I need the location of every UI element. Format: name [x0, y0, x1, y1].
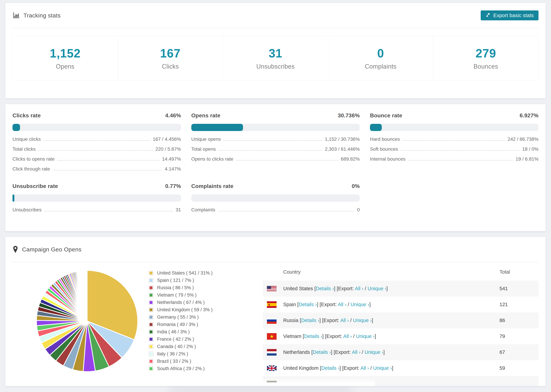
- legend-swatch: [149, 315, 153, 320]
- campaign-geo-opens-card: Campaign Geo Opens United States ( 541 /…: [5, 237, 546, 386]
- details-link[interactable]: Details ›: [316, 286, 334, 291]
- rate-row-label: Complaints: [191, 207, 215, 213]
- details-link[interactable]: Details ›: [299, 302, 317, 307]
- rate-value: 0%: [352, 183, 360, 189]
- details-link[interactable]: Details ›: [321, 365, 339, 371]
- legend-swatch: [149, 278, 153, 283]
- flag-icon-us: [267, 286, 277, 292]
- geo-title: Campaign Geo Opens: [22, 246, 81, 253]
- rate-row: Complaints0: [191, 207, 360, 213]
- export-unique-link[interactable]: Unique ›: [365, 350, 383, 355]
- export-all-link[interactable]: All ›: [338, 302, 346, 307]
- rate-row-label: Hard bounces: [370, 136, 400, 142]
- export-basic-stats-button[interactable]: Export basic stats: [481, 10, 538, 20]
- stats-summary-row: 1,152Opens167Clicks31Unsubscribes0Compla…: [13, 35, 538, 81]
- rates-grid: Clicks rate4.46%Unique clicks167 / 4.456…: [13, 112, 538, 213]
- pie-slice-other: [87, 270, 87, 321]
- rate-row-label: Unsubscribes: [13, 207, 42, 213]
- legend-swatch: [149, 271, 153, 275]
- stat-box-complaints: 0Complaints: [328, 35, 433, 80]
- export-all-link[interactable]: All ›: [343, 334, 352, 339]
- export-unique-link[interactable]: Unique ›: [353, 318, 372, 323]
- legend-label: France ( 42 / 2% ): [157, 336, 194, 342]
- rate-row: Unique clicks167 / 4.456%: [13, 136, 181, 142]
- export-unique-link[interactable]: Unique ›: [350, 302, 369, 307]
- country-name: Spain: [283, 302, 297, 307]
- legend-label: Russia ( 86 / 5% ): [157, 285, 194, 290]
- legend-item: Romania ( 49 / 3% ): [149, 322, 263, 327]
- rate-row-label: Unique clicks: [13, 136, 41, 142]
- geo-opens-table: CountryTotalUnited States [Details ›] [E…: [263, 263, 538, 386]
- rate-row: Opens to clicks rate689.82%: [191, 156, 360, 162]
- legend-label: Italy ( 36 / 2% ): [157, 351, 188, 357]
- rate-row-label: Clicks to opens rate: [13, 156, 55, 162]
- map-marker-icon: [13, 245, 18, 253]
- total-value: 79: [500, 334, 538, 339]
- table-row-us: United States [Details ›] [Export: All ›…: [263, 281, 538, 297]
- export-unique-link[interactable]: Unique ›: [367, 286, 386, 291]
- rate-title: Opens rate: [191, 112, 220, 119]
- export-all-link[interactable]: All ›: [340, 318, 349, 323]
- rate-row: Clicks to opens rate14.497%: [13, 156, 181, 162]
- total-value: 59: [500, 365, 538, 371]
- rate-row-value: 31: [176, 207, 181, 213]
- column-header-country: Country: [263, 269, 500, 275]
- geo-header: Campaign Geo Opens: [13, 237, 538, 262]
- flag-icon-vn: [267, 333, 277, 340]
- pie-legend: United States ( 541 / 31% )Spain ( 121 /…: [149, 270, 263, 373]
- stat-box-unsubscribes: 31Unsubscribes: [223, 35, 328, 80]
- export-all-link[interactable]: All ›: [352, 350, 360, 355]
- stat-value: 0: [328, 47, 433, 60]
- table-row-gb: United Kingdom [Details ›] [Export: All …: [263, 360, 538, 376]
- country-name: Netherlands: [283, 350, 311, 355]
- progress-bar-fill: [370, 124, 381, 131]
- export-all-link[interactable]: All ›: [355, 286, 363, 291]
- dotted-leader: [403, 140, 505, 141]
- details-link[interactable]: Details ›: [304, 334, 322, 339]
- legend-label: Germany ( 55 / 3% ): [157, 315, 199, 320]
- legend-swatch: [149, 300, 153, 305]
- legend-item: United States ( 541 / 31% ): [149, 270, 263, 276]
- rate-row-value: 242 / 86.738%: [508, 136, 538, 142]
- legend-swatch: [149, 344, 153, 349]
- rate-row-value: 1,152 / 30.736%: [325, 136, 360, 142]
- legend-item: France ( 42 / 2% ): [149, 336, 263, 342]
- export-all-link[interactable]: All ›: [360, 365, 369, 371]
- dotted-leader: [38, 150, 153, 151]
- flag-icon-es: [267, 301, 277, 308]
- progress-bar: [191, 124, 360, 131]
- legend-label: United Kingdom ( 59 / 3% ): [157, 307, 212, 313]
- dotted-leader: [224, 140, 322, 141]
- stat-label: Clicks: [118, 63, 223, 70]
- table-row-nl: Netherlands [Details ›] [Export: All › /…: [263, 344, 538, 360]
- stat-box-clicks: 167Clicks: [118, 35, 223, 80]
- table-row-ru: Russia [Details ›] [Export: All › / Uniq…: [263, 313, 538, 328]
- progress-bar-fill: [13, 195, 14, 202]
- legend-item: Italy ( 36 / 2% ): [149, 351, 263, 357]
- legend-label: Netherlands ( 67 / 4% ): [157, 300, 205, 305]
- geo-pie-chart: [34, 268, 140, 375]
- legend-label: India ( 46 / 3% ): [157, 329, 190, 335]
- rate-row-label: Soft bounces: [370, 147, 398, 152]
- column-header-total: Total: [500, 269, 538, 275]
- legend-swatch: [149, 308, 153, 312]
- export-unique-link[interactable]: Unique ›: [373, 365, 392, 371]
- stat-value: 167: [118, 47, 223, 60]
- rate-row-value: 0: [357, 207, 360, 213]
- table-row-de: [263, 376, 538, 386]
- dotted-leader: [408, 160, 513, 161]
- stat-box-opens: 1,152Opens: [13, 35, 118, 80]
- export-unique-link[interactable]: Unique ›: [356, 334, 375, 339]
- legend-item: United Kingdom ( 59 / 3% ): [149, 307, 263, 313]
- progress-bar: [13, 124, 181, 131]
- legend-item: Canada ( 40 / 2% ): [149, 344, 263, 349]
- progress-bar-fill: [13, 124, 20, 131]
- details-link[interactable]: Details ›: [301, 318, 319, 323]
- details-link[interactable]: Details ›: [313, 350, 331, 355]
- legend-label: Vietnam ( 79 / 5% ): [157, 293, 197, 298]
- total-value: 67: [500, 350, 538, 355]
- rate-row: Unique opens1,152 / 30.736%: [191, 136, 360, 142]
- stat-label: Opens: [13, 63, 118, 70]
- tracking-stats-header: Tracking stats Export basic stats: [13, 3, 538, 28]
- rate-row-label: Click through rate: [13, 166, 50, 172]
